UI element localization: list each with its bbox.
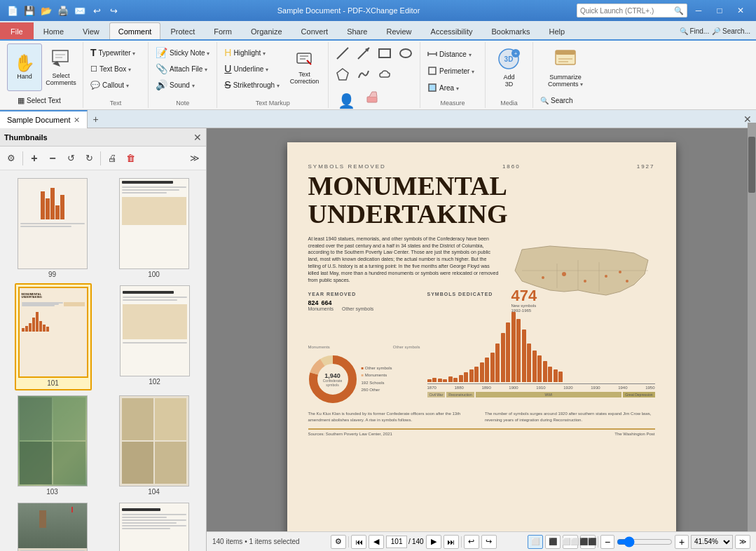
tab-form[interactable]: Form: [205, 22, 241, 39]
close-button[interactable]: ✕: [731, 4, 750, 18]
sound-button[interactable]: 🔊 Sound ▾: [153, 77, 212, 93]
find-button[interactable]: 🔍 Find...: [680, 27, 710, 35]
typewriter-button[interactable]: T Typewriter ▾: [88, 45, 144, 60]
zoom-out-button[interactable]: −: [600, 535, 614, 549]
thumb-print-button[interactable]: 🖨: [104, 150, 121, 167]
facing-view[interactable]: ⬜⬜: [563, 535, 578, 549]
thumb-item-105[interactable]: 105: [15, 501, 90, 551]
email-icon[interactable]: ✉️: [73, 4, 87, 18]
go-forward-button[interactable]: ↪: [481, 535, 497, 549]
facing-continuous-view[interactable]: ⬛⬛: [580, 535, 596, 549]
perimeter-button[interactable]: Perimeter ▾: [425, 63, 481, 79]
distance-button[interactable]: Distance ▾: [425, 46, 481, 62]
cloud-tool[interactable]: [375, 64, 394, 84]
page-number-input[interactable]: [386, 536, 407, 548]
thumb-item-102[interactable]: 102: [118, 283, 192, 390]
tab-view[interactable]: View: [74, 22, 109, 39]
tab-convert[interactable]: Convert: [292, 22, 338, 39]
last-page-button[interactable]: ⏭: [444, 535, 459, 549]
tab-accessibility[interactable]: Accessibility: [422, 22, 482, 39]
zoom-in-button[interactable]: +: [675, 535, 689, 549]
single-page-view[interactable]: ⬜: [528, 535, 543, 549]
thumb-more-button[interactable]: ≫: [186, 150, 203, 167]
redo-icon[interactable]: ↪: [106, 4, 121, 18]
doc-tab-close[interactable]: ✕: [74, 116, 80, 125]
quick-launch-input[interactable]: [580, 7, 671, 15]
tab-share[interactable]: Share: [338, 22, 376, 39]
maximize-button[interactable]: □: [710, 4, 729, 18]
thumb-image-103: [18, 395, 88, 487]
tab-home[interactable]: Home: [34, 22, 73, 39]
textbox-button[interactable]: ☐ Text Box ▾: [88, 61, 144, 76]
thumb-item-99[interactable]: 99: [15, 176, 90, 280]
save-icon[interactable]: 💾: [22, 4, 36, 18]
thumb-zoom-out-button[interactable]: −: [44, 150, 61, 167]
summarize-comments-button[interactable]: SummarizeComments ▾: [542, 43, 588, 91]
line-tool[interactable]: [333, 43, 352, 63]
print-icon[interactable]: 🖨️: [56, 4, 70, 18]
title-bar-right: 🔍 ─ □ ✕: [577, 4, 750, 18]
thumb-rotate-cw-button[interactable]: ↻: [81, 150, 97, 167]
more-options-button[interactable]: ≫: [735, 535, 750, 549]
tab-comment[interactable]: Comment: [109, 22, 161, 39]
pdf-vertical-scrollbar[interactable]: [748, 128, 756, 531]
zoom-slider[interactable]: [617, 536, 673, 547]
settings-cog[interactable]: ⚙: [331, 535, 346, 549]
ellipse-tool[interactable]: [396, 43, 415, 63]
thumb-settings-button[interactable]: ⚙: [3, 150, 20, 167]
tab-file[interactable]: File: [0, 22, 34, 39]
thumb-num-103: 103: [46, 488, 58, 496]
undo-icon[interactable]: ↩: [90, 4, 104, 18]
tab-protect[interactable]: Protect: [161, 22, 204, 39]
minimize-button[interactable]: ─: [689, 4, 708, 18]
open-icon[interactable]: 📂: [39, 4, 53, 18]
freehand-tool[interactable]: [354, 64, 373, 84]
highlight-button[interactable]: H Highlight ▾: [221, 45, 282, 60]
text-correction-button[interactable]: TextCorrection: [285, 43, 324, 91]
callout-button[interactable]: 💬 Callout ▾: [88, 77, 144, 93]
polygon-tool[interactable]: [333, 64, 352, 84]
eraser-tool[interactable]: [362, 87, 382, 107]
add-tab-button[interactable]: +: [88, 110, 104, 128]
go-back-button[interactable]: ↩: [464, 535, 479, 549]
next-page-button[interactable]: ▶: [426, 535, 441, 549]
tab-review[interactable]: Review: [377, 22, 420, 39]
sticky-note-button[interactable]: 📝 Sticky Note ▾: [153, 45, 212, 60]
thumb-rotate-ccw-button[interactable]: ↺: [62, 150, 79, 167]
scrollbar-thumb[interactable]: [748, 137, 755, 193]
tab-bookmarks[interactable]: Bookmarks: [482, 22, 539, 39]
strikethrough-button[interactable]: S Strikethrough ▾: [221, 77, 282, 93]
underline-button[interactable]: U Underline ▾: [221, 61, 282, 76]
add-3d-button[interactable]: 3D + Add3D: [490, 43, 528, 91]
thumb-zoom-in-button[interactable]: +: [26, 150, 43, 167]
thumb-delete-button[interactable]: 🗑: [122, 150, 139, 167]
pdf-content[interactable]: SYMBOLS REMOVED 1860 1927 MONUMENTAL UND…: [207, 128, 756, 531]
page-total: 140: [412, 538, 424, 545]
search-button[interactable]: 🔎 Search...: [712, 27, 750, 35]
thumb-item-103[interactable]: 103: [15, 393, 90, 498]
tab-organize[interactable]: Organize: [242, 22, 291, 39]
select-comments-button[interactable]: SelectComments: [43, 43, 78, 91]
tab-help[interactable]: Help: [540, 22, 575, 39]
thumbnails-container: 99 100: [0, 170, 206, 551]
thumb-item-104[interactable]: 104: [117, 393, 191, 498]
pdf-page: SYMBOLS REMOVED 1860 1927 MONUMENTAL UND…: [287, 142, 676, 531]
first-page-button[interactable]: ⏮: [351, 535, 366, 549]
hand-tool-button[interactable]: ✋ Hand: [7, 43, 42, 91]
attach-file-button[interactable]: 📎 Attach File ▾: [153, 61, 212, 76]
area-button[interactable]: Area ▾: [425, 80, 481, 95]
thumb-item-100[interactable]: 100: [117, 176, 191, 280]
prev-page-button[interactable]: ◀: [369, 535, 384, 549]
thumb-item-101[interactable]: MONUMENTALUNDERTAKING: [15, 283, 92, 390]
quick-launch-search[interactable]: 🔍: [577, 4, 687, 18]
thumb-item-106[interactable]: 106: [117, 501, 191, 551]
arrow-tool[interactable]: [354, 43, 373, 63]
select-text-button[interactable]: ▦ Select Text: [15, 93, 71, 108]
add-3d-icon: 3D +: [496, 46, 521, 73]
continuous-view[interactable]: ⬛: [545, 535, 561, 549]
comments-search-button[interactable]: 🔍 Search: [537, 93, 593, 108]
zoom-dropdown[interactable]: 41.54% 50% 75% 100% 150%: [691, 535, 733, 549]
doc-tab-sample[interactable]: Sample Document ✕: [0, 110, 88, 128]
rect-tool[interactable]: [375, 43, 394, 63]
panel-close-button[interactable]: ✕: [193, 132, 202, 143]
